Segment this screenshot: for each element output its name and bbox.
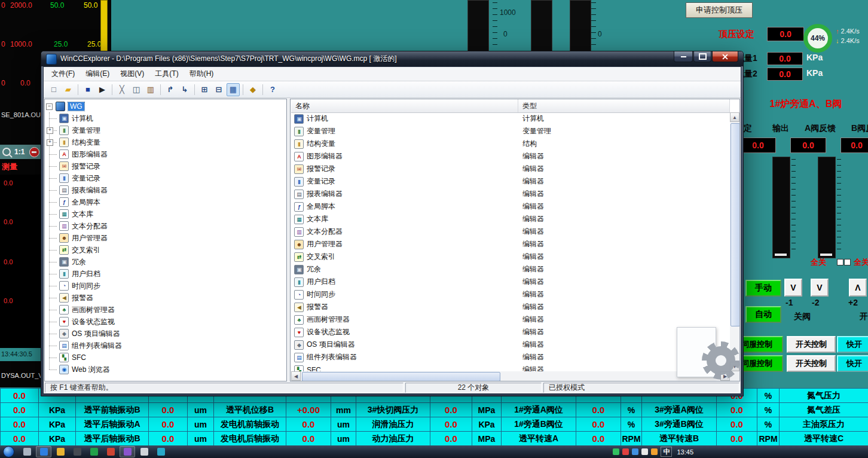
list-row-report-designer[interactable]: ▤报表编辑器编辑器 (291, 188, 730, 200)
list-column-type[interactable]: 类型 (518, 99, 730, 112)
taskbar-app-3[interactable] (69, 446, 85, 457)
menu-tools[interactable]: 工具(T) (149, 67, 184, 81)
tree-item-web-navigator[interactable]: ◉Web 浏览器 (45, 364, 286, 375)
list-row-global-script[interactable]: ƒ全局脚本编辑器 (291, 200, 730, 213)
tree-item-horn[interactable]: ◀报警器 (45, 292, 286, 304)
list-row-picture-tree-manager[interactable]: ♣画面树管理器编辑器 (291, 313, 730, 326)
scroll-up-icon[interactable]: ▲ (730, 112, 739, 122)
tree-item-structure-tags[interactable]: +|||结构变量 (45, 136, 286, 148)
down-level-icon[interactable]: ↳ (178, 83, 191, 96)
list-row-tag-management[interactable]: |||变量管理变量管理 (291, 125, 730, 138)
tree-root-wg[interactable]: − WG (45, 100, 286, 112)
taskbar-app-4[interactable] (86, 446, 102, 457)
auto-mode-button[interactable]: 自动 (745, 306, 781, 323)
list-row-alarm-logging[interactable]: ✉报警记录编辑器 (291, 163, 730, 175)
tray-icon-4[interactable] (651, 448, 658, 455)
menu-file[interactable]: 文件(F) (46, 67, 80, 81)
tree-item-user-archive[interactable]: |||用户归档 (45, 268, 286, 280)
activate-icon[interactable]: ▶ (96, 83, 109, 96)
list-row-redundancy[interactable]: ▣冗余编辑器 (291, 263, 730, 276)
help-icon[interactable]: ? (266, 83, 279, 96)
taskbar-app-8[interactable] (153, 446, 169, 457)
list-row-graphics-designer[interactable]: A图形编辑器编辑器 (291, 150, 730, 163)
step-down-1-button[interactable]: V (784, 279, 802, 297)
taskbar-app-1[interactable] (36, 446, 51, 457)
list-row-os-project-editor[interactable]: ◆OS 项目编辑器编辑器 (291, 338, 730, 351)
horizontal-scrollbar[interactable]: ◀ ▶ (291, 371, 730, 381)
open-folder-icon[interactable]: ▰ (62, 83, 75, 96)
start-button[interactable] (3, 446, 14, 457)
tree-item-text-distributor[interactable]: ▥文本分配器 (45, 220, 286, 232)
tree-item-report-designer[interactable]: ▤报表编辑器 (45, 184, 286, 196)
tree-item-tag-management[interactable]: +|||变量管理 (45, 124, 286, 136)
taskbar-app-2[interactable] (53, 446, 68, 457)
list-row-cross-reference[interactable]: ⇄交叉索引编辑器 (291, 251, 730, 263)
collapse-tree-icon[interactable]: ⊟ (212, 83, 225, 96)
list-row-time-synchronization[interactable]: ◔时间同步编辑器 (291, 288, 730, 301)
tree-item-alarm-logging[interactable]: ✉报警记录 (45, 160, 286, 172)
tree-item-lifebeat-monitoring[interactable]: ♥设备状态监视 (45, 316, 286, 328)
gadget-overlay[interactable] (673, 326, 741, 381)
step-down-2-button[interactable]: V (811, 279, 829, 297)
list-column-name[interactable]: 名称 (291, 99, 518, 112)
scrollbar-thumb[interactable] (302, 372, 500, 381)
maximize-button[interactable] (693, 51, 711, 62)
tree-expander-icon[interactable]: + (47, 139, 53, 146)
list-row-computer[interactable]: ▣计算机计算机 (291, 112, 730, 125)
list-row-user-administrator[interactable]: ☻用户管理器编辑器 (291, 238, 730, 251)
tree-item-sfc[interactable]: ▚SFC (45, 352, 286, 364)
list-row-structure-tags[interactable]: |||结构变量结构 (291, 138, 730, 150)
tree-item-picture-tree-manager[interactable]: ♣画面树管理器 (45, 304, 286, 316)
paste-icon[interactable]: ▥ (144, 83, 157, 96)
tree-expander-icon[interactable]: + (47, 127, 53, 134)
list-row-lifebeat-monitoring[interactable]: ♥设备状态监视编辑器 (291, 326, 730, 338)
tree-item-component-list-editor[interactable]: ▤组件列表编辑器 (45, 340, 286, 352)
taskbar-app-7[interactable] (136, 446, 152, 457)
list-row-tag-logging[interactable]: |||变量记录编辑器 (291, 175, 730, 188)
cut-icon[interactable]: ╳ (115, 83, 129, 96)
fast-open-button-1[interactable]: 快开 (837, 336, 868, 353)
list-row-text-library[interactable]: ▦文本库编辑器 (291, 213, 730, 225)
details-view-icon[interactable]: ▦ (227, 83, 240, 96)
scroll-left-icon[interactable]: ◀ (291, 371, 301, 381)
tree-item-os-project-editor[interactable]: ◆OS 项目编辑器 (45, 328, 286, 340)
tree-item-user-administrator[interactable]: ☻用户管理器 (45, 232, 286, 244)
list-row-sfc[interactable]: ▚SFC编辑器 (291, 364, 730, 371)
tray-icon-3[interactable] (641, 448, 648, 455)
tray-icon-0[interactable] (613, 448, 619, 455)
list-row-component-list-editor[interactable]: ▤组件列表编辑器编辑器 (291, 351, 730, 364)
menu-edit[interactable]: 编辑(E) (80, 67, 115, 81)
new-file-icon[interactable]: □ (47, 83, 60, 96)
copy-icon[interactable]: ◫ (130, 83, 143, 96)
fast-open-button-2[interactable]: 快开 (837, 355, 868, 372)
taskbar-app-6[interactable] (120, 446, 135, 457)
manual-mode-button[interactable]: 手动 (745, 280, 781, 297)
request-top-pressure-button[interactable]: 申请控制顶压 (686, 2, 753, 18)
menu-help[interactable]: 帮助(H) (184, 67, 219, 81)
tree-item-text-library[interactable]: ▦文本库 (45, 208, 286, 220)
step-up-button[interactable]: Λ (849, 279, 867, 297)
key-icon[interactable]: ◆ (246, 83, 259, 96)
panel-splitter[interactable] (288, 98, 289, 382)
window-titlebar[interactable]: WinCCExplorer - D:\Program Files (x86)\S… (41, 51, 743, 66)
tree-item-global-script[interactable]: ƒ全局脚本 (45, 196, 286, 208)
taskbar-clock[interactable]: 13:45 (677, 448, 693, 456)
menu-view[interactable]: 视图(V) (115, 67, 149, 81)
up-level-icon[interactable]: ↱ (164, 83, 177, 96)
ime-indicator[interactable]: 中 (661, 447, 672, 457)
tree-item-redundancy[interactable]: ▣冗余 (45, 256, 286, 268)
magnifier-icon[interactable] (2, 148, 11, 156)
tree-item-tag-logging[interactable]: |||变量记录 (45, 172, 286, 184)
list-row-text-distributor[interactable]: ▥文本分配器编辑器 (291, 225, 730, 238)
tree-item-computer[interactable]: ▣计算机 (45, 112, 286, 124)
list-row-user-archive[interactable]: |||用户归档编辑器 (291, 276, 730, 288)
tree-item-time-synchronization[interactable]: ◔时间同步 (45, 280, 286, 292)
tree-item-cross-reference[interactable]: ⇄交叉索引 (45, 244, 286, 256)
minimize-button[interactable] (674, 51, 693, 62)
expand-tree-icon[interactable]: ⊞ (198, 83, 211, 96)
tree-expander-icon[interactable]: − (46, 103, 53, 110)
scrollbar-thumb[interactable] (731, 123, 740, 326)
stop-icon[interactable] (29, 147, 39, 157)
tray-icon-1[interactable] (622, 448, 629, 455)
list-row-horn[interactable]: ◀报警器编辑器 (291, 301, 730, 313)
